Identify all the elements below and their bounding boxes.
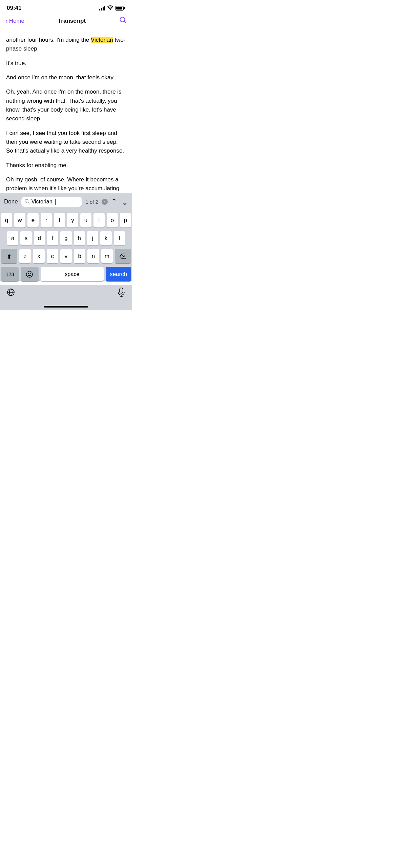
key-a[interactable]: a xyxy=(7,231,18,245)
keyboard-row-4: 123 space search xyxy=(1,267,131,281)
globe-icon[interactable] xyxy=(7,288,15,298)
status-time: 09:41 xyxy=(7,5,21,12)
find-query[interactable]: Victorian xyxy=(31,199,52,205)
paragraph-2: It's true. xyxy=(6,59,126,68)
wifi-icon xyxy=(107,5,113,11)
chevron-left-icon: ‹ xyxy=(5,17,8,25)
key-p[interactable]: p xyxy=(120,213,131,228)
find-prev-button[interactable]: ⌃ xyxy=(111,197,117,206)
bottom-bar xyxy=(0,285,132,306)
home-bar xyxy=(44,306,88,308)
key-y[interactable]: y xyxy=(67,213,78,228)
shift-key[interactable] xyxy=(1,249,17,263)
find-bar: Done Victorian 1 of 2 × ⌃ ⌃ xyxy=(0,193,132,210)
paragraph-5: I can see, I see that you took first sle… xyxy=(6,129,126,156)
find-next-button[interactable]: ⌃ xyxy=(122,197,128,206)
key-m[interactable]: m xyxy=(101,249,113,263)
paragraph-7: Oh my gosh, of course. Where it becomes … xyxy=(6,175,126,193)
text-cursor xyxy=(55,199,56,205)
find-count: 1 of 2 xyxy=(85,199,98,205)
back-button[interactable]: ‹ Home xyxy=(5,17,24,25)
back-label: Home xyxy=(9,18,24,24)
key-t[interactable]: t xyxy=(54,213,65,228)
find-done-button[interactable]: Done xyxy=(4,198,18,205)
key-w[interactable]: w xyxy=(14,213,25,228)
key-b[interactable]: b xyxy=(74,249,85,263)
paragraph-4: Oh, yeah. And once I'm on the moon, ther… xyxy=(6,87,126,123)
battery-icon xyxy=(115,6,125,11)
svg-point-7 xyxy=(28,273,29,274)
key-i[interactable]: i xyxy=(93,213,105,228)
keyboard-row-1: q w e r t y u i o p xyxy=(1,213,131,228)
key-q[interactable]: q xyxy=(1,213,12,228)
key-s[interactable]: s xyxy=(20,231,31,245)
key-n[interactable]: n xyxy=(87,249,99,263)
delete-key[interactable] xyxy=(115,249,131,263)
key-f[interactable]: f xyxy=(47,231,58,245)
page-title: Transcript xyxy=(58,18,86,24)
signal-icon xyxy=(99,6,105,11)
find-search-icon xyxy=(25,199,29,205)
highlight-victorian-1: Victorian xyxy=(91,37,113,43)
key-o[interactable]: o xyxy=(107,213,118,228)
key-r[interactable]: r xyxy=(41,213,52,228)
key-d[interactable]: d xyxy=(34,231,45,245)
key-l[interactable]: l xyxy=(114,231,125,245)
paragraph-6: Thanks for enabling me. xyxy=(6,161,126,170)
keyboard-row-2: a s d f g h j k l xyxy=(1,231,131,245)
svg-line-1 xyxy=(124,21,126,23)
microphone-icon[interactable] xyxy=(117,288,125,299)
emoji-key[interactable] xyxy=(21,267,38,281)
numbers-key[interactable]: 123 xyxy=(1,267,19,281)
svg-point-8 xyxy=(30,273,31,274)
key-u[interactable]: u xyxy=(80,213,91,228)
search-key[interactable]: search xyxy=(106,267,131,281)
home-indicator xyxy=(0,306,132,310)
svg-line-3 xyxy=(28,202,29,203)
paragraph-3: And once I'm on the moon, that feels oka… xyxy=(6,73,126,82)
space-key[interactable]: space xyxy=(41,267,104,281)
key-e[interactable]: e xyxy=(27,213,39,228)
search-button[interactable] xyxy=(119,16,127,26)
key-j[interactable]: j xyxy=(87,231,98,245)
key-x[interactable]: x xyxy=(33,249,44,263)
keyboard: q w e r t y u i o p a s d f g h j k l z … xyxy=(0,210,132,281)
key-v[interactable]: v xyxy=(60,249,72,263)
key-g[interactable]: g xyxy=(60,231,71,245)
keyboard-row-3: z x c v b n m xyxy=(1,249,131,263)
key-z[interactable]: z xyxy=(19,249,31,263)
status-bar: 09:41 xyxy=(0,0,132,14)
key-c[interactable]: c xyxy=(47,249,58,263)
key-k[interactable]: k xyxy=(100,231,111,245)
svg-point-6 xyxy=(26,271,33,277)
find-input-wrapper: Victorian xyxy=(21,197,82,207)
status-icons xyxy=(99,5,125,11)
svg-rect-12 xyxy=(120,288,123,293)
find-nav: ⌃ ⌃ xyxy=(111,197,128,206)
find-clear-button[interactable]: × xyxy=(102,199,108,205)
nav-bar: ‹ Home Transcript xyxy=(0,14,132,30)
key-h[interactable]: h xyxy=(74,231,85,245)
transcript-content: another four hours. I'm doing the Victor… xyxy=(0,30,132,193)
paragraph-1: another four hours. I'm doing the Victor… xyxy=(6,36,126,54)
